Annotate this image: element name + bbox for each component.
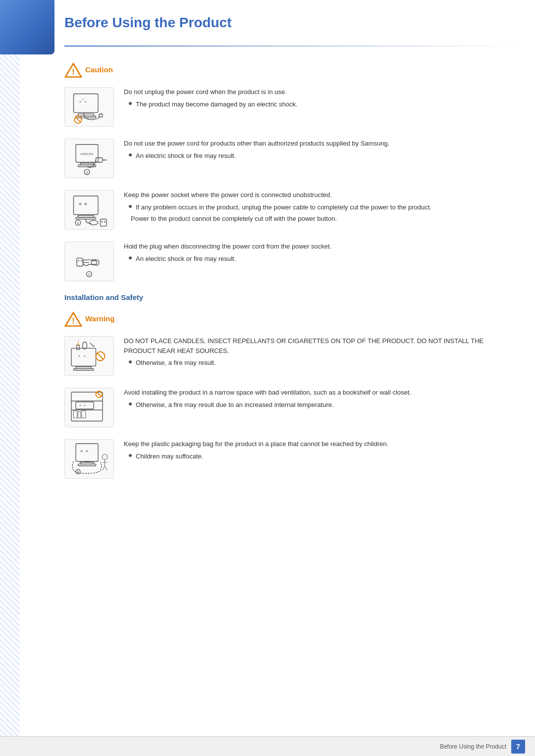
bullet-dot xyxy=(129,360,132,363)
warning-text-area-1: DO NOT PLACE CANDLES, INSECT REPELLANTS … xyxy=(124,336,515,368)
svg-rect-35 xyxy=(77,258,83,266)
svg-point-66 xyxy=(86,450,88,453)
caution-triangle-icon: ! xyxy=(64,61,80,77)
svg-point-36 xyxy=(78,260,79,261)
warning-bullet-1-0: Otherwise, a fire may result. xyxy=(129,358,515,368)
warning-main-text-2: Avoid installing the product in a narrow… xyxy=(124,388,515,398)
svg-point-23 xyxy=(84,202,87,205)
caution-illustration-4: 0 xyxy=(64,242,114,281)
svg-text:SAMSUNG: SAMSUNG xyxy=(80,152,94,155)
caution-badge-row: ! Caution xyxy=(64,61,515,77)
svg-line-72 xyxy=(105,466,107,470)
svg-rect-74 xyxy=(78,464,96,466)
caution-illustration-2: SAMSUNG 0 xyxy=(64,139,114,178)
svg-point-57 xyxy=(79,404,81,406)
svg-text:0: 0 xyxy=(77,470,79,474)
svg-line-50 xyxy=(97,353,104,359)
warning-bullet-text-3-0: Children may suffocate. xyxy=(136,452,203,461)
caution-item-3: 0 Keep the power socket where the power … xyxy=(64,190,515,230)
svg-point-11 xyxy=(85,101,87,102)
caution-bullet-4-0: An electric shock or fire may result. xyxy=(129,254,515,264)
svg-point-51 xyxy=(78,355,80,357)
bullet-dot xyxy=(129,153,132,156)
warning-main-text-3: Keep the plastic packaging bag for the p… xyxy=(124,439,515,449)
svg-point-58 xyxy=(84,404,86,406)
svg-rect-64 xyxy=(76,444,98,461)
warning-bullet-text-2-0: Otherwise, a fire may result due to an i… xyxy=(136,400,334,410)
bullet-dot xyxy=(129,454,132,457)
caution-item-1: Do not unplug the power cord when the pr… xyxy=(64,87,515,127)
caution-bullet-2-0: An electric shock or fire may result. xyxy=(129,151,515,161)
warning-illustration-2 xyxy=(64,388,114,427)
svg-point-37 xyxy=(81,260,82,261)
caution-main-text-3: Keep the power socket where the power co… xyxy=(124,190,515,200)
warning-bullet-text-1-0: Otherwise, a fire may result. xyxy=(136,358,216,368)
svg-rect-25 xyxy=(76,217,96,219)
warning-badge-row: ! Warning xyxy=(64,310,515,326)
caution-bullet-3-0: If any problem occurs in the product, un… xyxy=(129,202,515,212)
svg-rect-32 xyxy=(92,260,97,264)
caution-text-area-4: Hold the plug when disconnecting the pow… xyxy=(124,242,515,263)
warning-item-1: DO NOT PLACE CANDLES, INSECT REPELLANTS … xyxy=(64,336,515,376)
caution-main-text-1: Do not unplug the power cord when the pr… xyxy=(124,87,515,97)
svg-point-26 xyxy=(89,220,98,225)
svg-rect-44 xyxy=(74,368,94,370)
caution-bullet-text-3-0: If any problem occurs in the product, un… xyxy=(136,202,431,212)
svg-point-52 xyxy=(84,355,86,357)
caution-label: Caution xyxy=(85,65,113,74)
caution-bullet-1-0: The product may become damaged by an ele… xyxy=(129,100,515,109)
caution-main-text-2: Do not use the power cord for products o… xyxy=(124,139,515,149)
svg-line-47 xyxy=(90,343,94,346)
svg-point-10 xyxy=(79,101,81,102)
svg-rect-27 xyxy=(101,219,107,226)
caution-bullet-text-1-0: The product may become damaged by an ele… xyxy=(136,100,298,109)
svg-rect-2 xyxy=(74,94,99,112)
decorative-stripe xyxy=(0,0,20,756)
footer-label: Before Using the Product xyxy=(440,743,506,750)
page-footer: Before Using the Product 7 xyxy=(0,736,535,756)
warning-text-area-2: Avoid installing the product in a narrow… xyxy=(124,388,515,409)
page-number: 7 xyxy=(511,740,525,754)
svg-text:!: ! xyxy=(72,67,74,76)
svg-rect-45 xyxy=(77,345,79,350)
installation-section-heading: Installation and Safety xyxy=(64,293,515,302)
svg-text:0: 0 xyxy=(77,221,79,225)
svg-line-60 xyxy=(97,392,101,397)
svg-rect-17 xyxy=(96,157,103,162)
warning-label: Warning xyxy=(85,314,114,323)
warning-bullet-3-0: Children may suffocate. xyxy=(129,452,515,461)
svg-point-28 xyxy=(102,221,103,222)
caution-text-area-3: Keep the power socket where the power co… xyxy=(124,190,515,224)
caution-bullet-text-2-0: An electric shock or fire may result. xyxy=(136,151,236,161)
svg-text:0: 0 xyxy=(86,170,88,175)
caution-text-area-2: Do not use the power cord for products o… xyxy=(124,139,515,160)
svg-rect-5 xyxy=(99,114,103,116)
caution-illustration-3: 0 xyxy=(64,190,114,230)
title-underline xyxy=(64,46,515,47)
warning-bullet-2-0: Otherwise, a fire may result due to an i… xyxy=(129,400,515,410)
page-title: Before Using the Product xyxy=(64,10,515,31)
svg-rect-62 xyxy=(78,411,81,418)
warning-illustration-1 xyxy=(64,336,114,376)
caution-illustration-1 xyxy=(64,87,114,127)
bullet-dot xyxy=(129,256,132,259)
svg-point-68 xyxy=(102,454,107,459)
svg-point-65 xyxy=(80,450,83,453)
caution-bullet-text-4-0: An electric shock or fire may result. xyxy=(136,254,236,264)
svg-line-48 xyxy=(94,345,95,346)
svg-point-22 xyxy=(79,202,81,205)
caution-item-4: 0 Hold the plug when disconnecting the p… xyxy=(64,242,515,281)
svg-point-12 xyxy=(82,98,84,100)
caution-sub-text-3-0: Power to the product cannot be completel… xyxy=(131,214,515,224)
caution-item-2: SAMSUNG 0 Do not use the power cord for … xyxy=(64,139,515,178)
svg-rect-42 xyxy=(71,348,96,366)
svg-point-29 xyxy=(104,221,106,222)
svg-rect-3 xyxy=(78,114,94,116)
svg-rect-61 xyxy=(74,410,77,417)
warning-triangle-icon: ! xyxy=(64,310,80,326)
bullet-dot xyxy=(129,403,132,405)
bullet-dot xyxy=(129,205,132,208)
caution-main-text-4: Hold the plug when disconnecting the pow… xyxy=(124,242,515,252)
warning-item-2: Avoid installing the product in a narrow… xyxy=(64,388,515,427)
caution-text-area-1: Do not unplug the power cord when the pr… xyxy=(124,87,515,109)
